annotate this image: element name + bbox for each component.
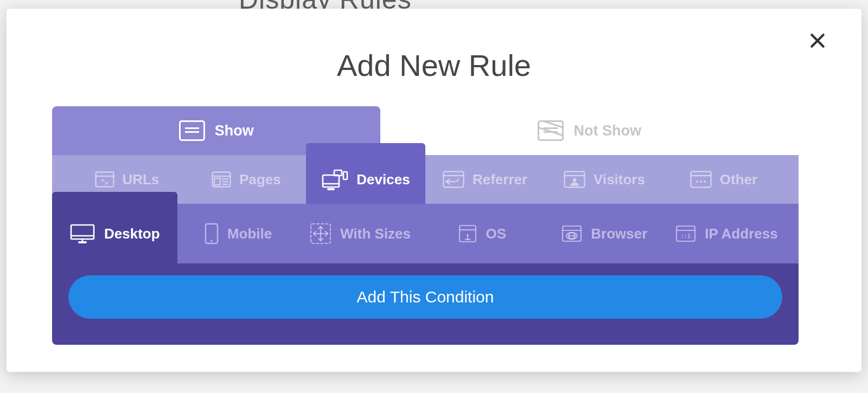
sub-tab-label: With Sizes bbox=[340, 226, 411, 242]
category-tab-devices[interactable]: Devices bbox=[306, 143, 425, 204]
pages-icon bbox=[212, 171, 231, 188]
svg-point-4 bbox=[104, 181, 105, 182]
svg-point-20 bbox=[573, 178, 577, 182]
mode-tab-row: Show Not Show bbox=[52, 106, 799, 155]
sub-tab-row: Desktop Mobile bbox=[52, 204, 799, 263]
sub-tab-desktop[interactable]: Desktop bbox=[52, 192, 177, 263]
not-show-icon bbox=[538, 120, 564, 141]
os-icon bbox=[458, 224, 477, 243]
ip-address-icon: ::1 bbox=[675, 225, 696, 242]
category-tab-label: Other bbox=[720, 171, 757, 188]
svg-point-37 bbox=[467, 234, 469, 236]
show-icon bbox=[179, 120, 205, 141]
other-icon bbox=[690, 171, 712, 188]
sub-tab-label: Browser bbox=[591, 226, 647, 242]
category-tab-label: URLs bbox=[123, 171, 159, 188]
svg-rect-2 bbox=[95, 172, 113, 187]
svg-point-31 bbox=[210, 240, 213, 242]
svg-text:::1: ::1 bbox=[681, 233, 691, 239]
close-icon bbox=[809, 32, 826, 49]
category-tab-label: Devices bbox=[356, 171, 410, 188]
svg-rect-7 bbox=[214, 178, 220, 185]
svg-rect-26 bbox=[71, 225, 94, 239]
close-button[interactable] bbox=[806, 29, 829, 52]
category-tab-referrer[interactable]: Referrer bbox=[425, 155, 545, 204]
svg-point-24 bbox=[700, 181, 702, 183]
category-tab-label: Visitors bbox=[593, 171, 645, 188]
add-condition-button[interactable]: Add This Condition bbox=[68, 275, 782, 319]
mobile-icon bbox=[205, 223, 219, 244]
category-tab-label: Pages bbox=[239, 171, 281, 188]
svg-point-23 bbox=[696, 181, 698, 183]
action-row: Add This Condition bbox=[52, 263, 799, 345]
sub-tab-label: OS bbox=[486, 226, 506, 242]
devices-icon bbox=[321, 169, 348, 190]
svg-rect-21 bbox=[691, 172, 711, 188]
svg-rect-11 bbox=[323, 175, 339, 187]
sub-tab-os[interactable]: OS bbox=[422, 204, 544, 263]
add-rule-modal: Add New Rule Show Not Show bbox=[7, 9, 861, 372]
referrer-icon bbox=[443, 171, 464, 188]
sub-tab-label: Desktop bbox=[104, 226, 160, 242]
desktop-icon bbox=[69, 223, 95, 244]
mode-tab-label: Show bbox=[215, 123, 254, 139]
svg-rect-16 bbox=[443, 172, 463, 188]
modal-title: Add New Rule bbox=[7, 48, 861, 83]
sub-tab-with-sizes[interactable]: With Sizes bbox=[299, 204, 422, 263]
sub-tab-ip-address[interactable]: ::1 IP Address bbox=[666, 204, 788, 263]
sub-tab-browser[interactable]: Browser bbox=[544, 204, 666, 263]
urls-icon bbox=[95, 171, 114, 188]
rule-builder: Show Not Show URLs bbox=[52, 106, 799, 345]
mode-tab-label: Not Show bbox=[573, 123, 641, 139]
sub-tab-mobile[interactable]: Mobile bbox=[177, 204, 299, 263]
category-tab-pages[interactable]: Pages bbox=[187, 155, 306, 204]
sub-tab-label: Mobile bbox=[227, 226, 272, 242]
svg-rect-15 bbox=[343, 172, 347, 179]
category-tab-visitors[interactable]: Visitors bbox=[545, 155, 664, 204]
browser-icon bbox=[561, 225, 582, 242]
with-sizes-icon bbox=[310, 223, 331, 244]
svg-point-25 bbox=[704, 181, 706, 183]
category-tab-other[interactable]: Other bbox=[664, 155, 783, 204]
category-tab-label: Referrer bbox=[473, 171, 527, 188]
sub-tab-label: IP Address bbox=[705, 226, 777, 242]
visitors-icon bbox=[564, 171, 585, 188]
mode-tab-not-show[interactable]: Not Show bbox=[380, 106, 799, 155]
